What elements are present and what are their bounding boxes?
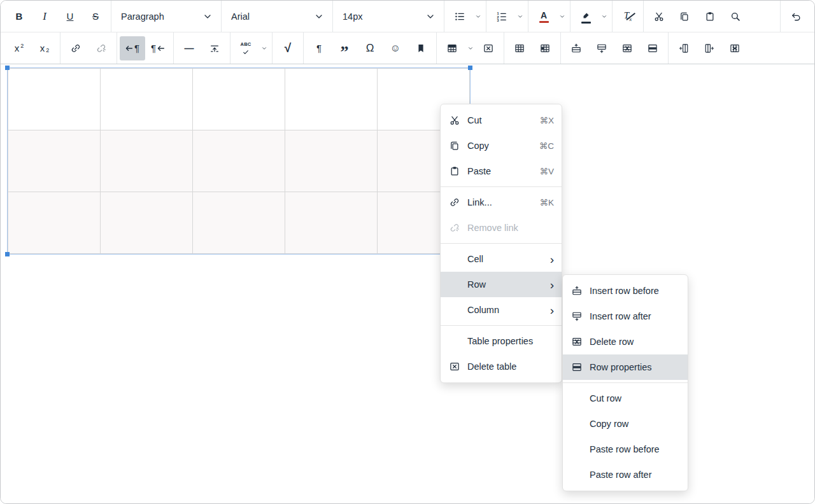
- bullet-list-icon: [454, 11, 465, 22]
- cell-properties-icon: [539, 43, 551, 54]
- resize-handle-bottom-left[interactable]: [5, 252, 10, 256]
- search-button[interactable]: [723, 4, 748, 29]
- numbered-list-button[interactable]: [489, 4, 514, 29]
- table-cell[interactable]: [193, 130, 285, 192]
- link-icon: [70, 43, 82, 54]
- submenu-item-insert-row-before[interactable]: Insert row before: [563, 278, 688, 304]
- superscript-button[interactable]: x2: [6, 36, 32, 60]
- numbered-list-menu-button[interactable]: [514, 4, 525, 29]
- horizontal-rule-button[interactable]: —: [176, 36, 202, 60]
- insert-table-button[interactable]: [439, 36, 465, 60]
- page-break-button[interactable]: [202, 36, 227, 60]
- radical-icon: √: [285, 41, 291, 55]
- copy-icon: [679, 11, 690, 22]
- submenu-item-delete-row[interactable]: Delete row: [563, 329, 688, 354]
- submenu-item-insert-row-after[interactable]: Insert row after: [563, 304, 688, 329]
- submenu-item-cut-row[interactable]: Cut row: [563, 386, 688, 411]
- menu-item-label: Delete table: [467, 361, 554, 372]
- editor-canvas[interactable]: [1, 64, 814, 503]
- clear-formatting-button[interactable]: Tx: [615, 4, 641, 29]
- menu-separator: [441, 186, 562, 187]
- table-cell[interactable]: [101, 130, 193, 192]
- toolbar-separator: [444, 1, 444, 32]
- table-cell[interactable]: [193, 69, 285, 130]
- menu-item-link[interactable]: Link... ⌘K: [441, 190, 562, 215]
- table-properties-button[interactable]: [507, 36, 532, 60]
- table-cell[interactable]: [8, 69, 101, 130]
- special-character-button[interactable]: Ω: [357, 36, 383, 60]
- cell-properties-button[interactable]: [532, 36, 558, 60]
- bullet-list-button[interactable]: [447, 4, 472, 29]
- table-cell[interactable]: [285, 69, 378, 130]
- menu-item-table-properties[interactable]: Table properties: [441, 328, 562, 354]
- submenu-item-paste-row-after[interactable]: Paste row after: [563, 462, 688, 487]
- submenu-item-paste-row-before[interactable]: Paste row before: [563, 437, 688, 462]
- italic-button[interactable]: I: [32, 4, 57, 29]
- highlight-color-menu-button[interactable]: [599, 4, 609, 29]
- show-formatting-marks-button[interactable]: ¶: [306, 36, 332, 60]
- anchor-button[interactable]: [408, 36, 434, 60]
- resize-handle-top-left[interactable]: [5, 66, 10, 70]
- strikethrough-button[interactable]: S: [83, 4, 108, 29]
- menu-item-cell[interactable]: Cell ›: [441, 246, 562, 272]
- spellcheck-menu-button[interactable]: [259, 36, 269, 60]
- table-cell[interactable]: [101, 69, 193, 130]
- insert-row-before-icon: [570, 285, 583, 297]
- table-cell[interactable]: [8, 192, 101, 254]
- menu-item-column[interactable]: Column ›: [441, 297, 562, 323]
- insert-column-before-button[interactable]: [671, 36, 697, 60]
- font-family-value: Arial: [231, 11, 250, 22]
- toolbar-separator: [221, 1, 222, 32]
- row-properties-button[interactable]: [640, 36, 665, 60]
- table-cell[interactable]: [285, 130, 378, 192]
- text-color-button[interactable]: A: [531, 4, 556, 29]
- menu-item-row[interactable]: Row ›: [441, 272, 562, 297]
- undo-button[interactable]: [783, 4, 809, 29]
- ltr-paragraph-button[interactable]: ¶: [120, 36, 145, 60]
- bullet-list-menu-button[interactable]: [472, 4, 483, 29]
- highlight-color-button[interactable]: [573, 4, 599, 29]
- insert-row-before-button[interactable]: [563, 36, 589, 60]
- blockquote-button[interactable]: ”: [332, 36, 357, 60]
- spellcheck-button[interactable]: ABC: [233, 36, 259, 60]
- rtl-paragraph-button[interactable]: ¶: [145, 36, 171, 60]
- search-icon: [730, 11, 741, 22]
- table-cell[interactable]: [193, 192, 285, 254]
- toolbar-separator: [111, 1, 111, 32]
- menu-item-label: Insert row before: [590, 286, 680, 296]
- submenu-item-copy-row[interactable]: Copy row: [563, 411, 688, 437]
- checkmark-button[interactable]: √: [275, 36, 301, 60]
- emoji-button[interactable]: ☺: [383, 36, 408, 60]
- delete-column-button[interactable]: [722, 36, 748, 60]
- menu-item-paste[interactable]: Paste ⌘V: [441, 158, 562, 184]
- paste-button[interactable]: [697, 4, 723, 29]
- table-cell[interactable]: [285, 192, 378, 254]
- insert-table-menu-button[interactable]: [465, 36, 476, 60]
- cut-button[interactable]: [646, 4, 672, 29]
- menu-item-copy[interactable]: Copy ⌘C: [441, 133, 562, 158]
- table-cell[interactable]: [8, 130, 101, 192]
- menu-item-delete-table[interactable]: Delete table: [441, 354, 562, 379]
- menu-item-cut[interactable]: Cut ⌘X: [441, 108, 562, 133]
- block-format-select[interactable]: Paragraph: [114, 4, 218, 29]
- text-color-menu-button[interactable]: [556, 4, 567, 29]
- subscript-button[interactable]: x2: [32, 36, 57, 60]
- underline-button[interactable]: U: [57, 4, 83, 29]
- insert-link-button[interactable]: [63, 36, 89, 60]
- chevron-down-icon: [601, 13, 607, 20]
- insert-row-after-button[interactable]: [589, 36, 614, 60]
- delete-table-button[interactable]: [476, 36, 501, 60]
- toolbar-separator: [612, 1, 613, 32]
- toolbar-separator: [560, 32, 561, 64]
- table-row: [8, 192, 470, 254]
- resize-handle-top-right[interactable]: [468, 66, 472, 70]
- font-size-select[interactable]: 14px: [336, 4, 441, 29]
- font-family-select[interactable]: Arial: [224, 4, 330, 29]
- copy-button[interactable]: [672, 4, 697, 29]
- table-properties-icon: [514, 43, 525, 54]
- delete-row-button[interactable]: [614, 36, 640, 60]
- bold-button[interactable]: B: [6, 4, 32, 29]
- submenu-item-row-properties[interactable]: Row properties: [563, 354, 688, 380]
- insert-column-after-button[interactable]: [697, 36, 722, 60]
- table-cell[interactable]: [101, 192, 193, 254]
